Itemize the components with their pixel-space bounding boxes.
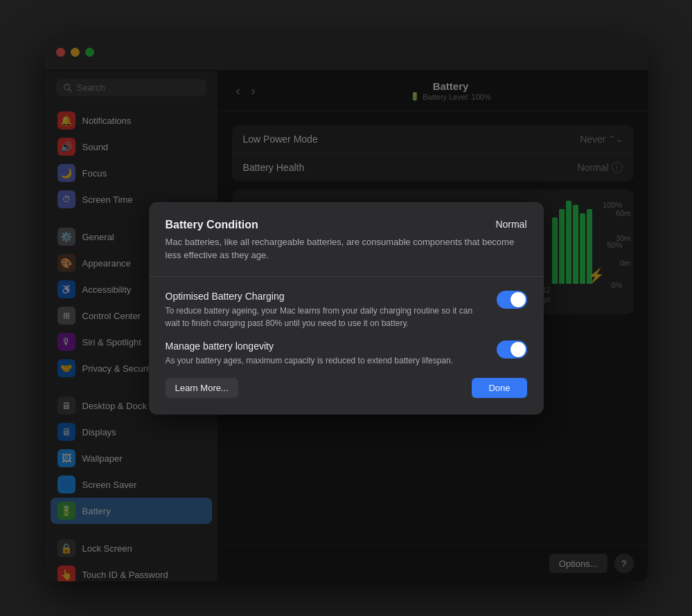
modal-overlay: Battery Condition Normal Mac batteries, …: [45, 35, 648, 581]
main-window: Search 🔔 Notifications 🔊 Sound 🌙 Focus: [45, 35, 648, 581]
modal-title: Battery Condition: [166, 219, 258, 231]
optimised-charging-desc: To reduce battery ageing, your Mac learn…: [166, 305, 483, 329]
modal-status: Normal: [495, 219, 526, 230]
toggle-knob: [511, 292, 526, 307]
manage-longevity-toggle[interactable]: [497, 341, 527, 359]
manage-longevity-desc: As your battery ages, maximum capacity i…: [166, 354, 483, 367]
modal-buttons: Learn More... Done: [166, 378, 527, 398]
optimised-charging-row: Optimised Battery Charging To reduce bat…: [166, 291, 527, 329]
battery-health-modal: Battery Condition Normal Mac batteries, …: [149, 202, 544, 415]
manage-longevity-info: Manage battery longevity As your battery…: [166, 341, 483, 367]
learn-more-button[interactable]: Learn More...: [166, 378, 238, 398]
done-button[interactable]: Done: [472, 378, 526, 398]
modal-divider: [149, 276, 544, 277]
modal-description: Mac batteries, like all rechargeable bat…: [166, 235, 527, 262]
manage-longevity-label: Manage battery longevity: [166, 341, 483, 352]
optimised-charging-info: Optimised Battery Charging To reduce bat…: [166, 291, 483, 329]
optimised-charging-toggle[interactable]: [497, 291, 527, 309]
optimised-charging-label: Optimised Battery Charging: [166, 291, 483, 302]
modal-header: Battery Condition Normal: [166, 219, 527, 231]
manage-longevity-row: Manage battery longevity As your battery…: [166, 341, 527, 367]
toggle-knob: [511, 342, 526, 357]
